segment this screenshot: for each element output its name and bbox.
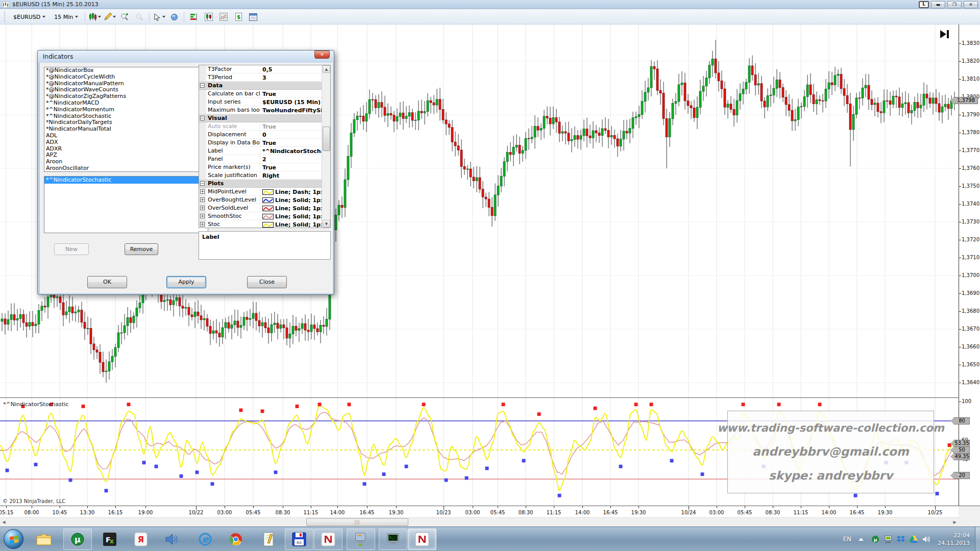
restore-button[interactable]: ❐ [947, 1, 962, 8]
available-indicator-item[interactable]: AroonOscillator [44, 165, 199, 172]
taskbar-yandex[interactable]: Я [127, 529, 155, 550]
window-titlebar[interactable]: $EURUSD (15 Min) 25.10.2013 L ▬ ❐ ✕ [0, 0, 980, 9]
property-row[interactable]: Panel2 [199, 155, 330, 163]
property-row[interactable]: +OverSoldLevelLine; Solid; 1px [199, 204, 330, 212]
selected-indicator-item[interactable]: *^NindicatorStochastic [44, 177, 208, 184]
ok-button[interactable]: OK [87, 276, 127, 288]
google-drive-tray-icon[interactable] [909, 535, 918, 544]
jump-to-latest-icon[interactable] [939, 30, 950, 39]
available-indicator-item[interactable]: *NindicatorManualTotal [44, 126, 199, 133]
property-row[interactable]: Label*^NindicatorStochastic [199, 147, 330, 155]
property-row[interactable]: Scale justificationRight [199, 171, 330, 180]
taskbar-utorrent[interactable]: µ [63, 529, 92, 550]
expand-icon[interactable]: + [200, 206, 205, 210]
grid-scrollbar[interactable]: ▲ ▼ [322, 65, 330, 228]
interval-dropdown[interactable]: 15 Min [51, 12, 82, 22]
collapse-icon[interactable]: − [200, 83, 205, 88]
property-value[interactable]: *^NindicatorStochastic [260, 147, 330, 155]
available-indicator-item[interactable]: *@NindicatorCycleWidth [44, 74, 199, 81]
zoom-out-button[interactable] [133, 11, 146, 23]
indicators-dialog[interactable]: Indicators ✕ *@NindicatorBox*@Nindicator… [37, 50, 334, 295]
property-value[interactable]: 0 [260, 131, 330, 138]
property-value[interactable]: Line; Solid; 1px [260, 204, 330, 212]
collapse-icon[interactable]: − [200, 116, 205, 120]
selected-indicators-list[interactable]: *^NindicatorStochastic [44, 176, 208, 233]
property-value[interactable]: 2 [260, 155, 330, 163]
expand-icon[interactable]: + [200, 189, 205, 194]
taskbar-ninjatrader-active[interactable] [408, 529, 436, 550]
available-indicator-item[interactable]: ADL [44, 133, 199, 139]
cursor-mode-button[interactable] [153, 11, 166, 23]
new-button[interactable]: New [54, 243, 89, 255]
taskbar-save-app[interactable]: -64- [285, 529, 313, 550]
apply-button[interactable]: Apply [166, 276, 206, 288]
property-row[interactable]: Maximum bars look backTwoHundredFiftySix [199, 106, 330, 114]
property-row[interactable]: +MidPointLevelLine; Dash; 1px [199, 188, 330, 196]
start-button[interactable] [4, 529, 23, 549]
close-button[interactable]: ✕ [964, 1, 978, 8]
taskbar-volume[interactable] [157, 529, 186, 550]
scroll-right-arrow[interactable]: ▶ [951, 519, 959, 526]
minimize-button[interactable]: ▬ [931, 1, 945, 8]
toolbar-grip[interactable] [4, 12, 6, 22]
scroll-down-arrow[interactable]: ▼ [323, 220, 330, 228]
scroll-up-arrow[interactable]: ▲ [323, 65, 330, 73]
available-indicator-item[interactable]: *^NindicatorMomentum [44, 107, 199, 113]
dialog-close-button[interactable]: ✕ [314, 51, 330, 59]
property-value[interactable]: Line; Dash; 1px [260, 188, 330, 195]
property-value[interactable]: True [260, 90, 330, 97]
available-indicator-item[interactable]: APZ [44, 152, 199, 159]
panel-separator[interactable] [0, 397, 980, 398]
taskbar-fxl[interactable]: Fx [95, 529, 124, 550]
property-value[interactable]: Line; Solid; 1px [260, 196, 330, 204]
global-crosshair-button[interactable] [167, 11, 181, 23]
indicator-properties-grid[interactable]: T3Factor0,5T3Period3−DataCalculate on ba… [199, 65, 331, 228]
price-axis[interactable]: 1,38301,38201,38101,38001,37901,37801,37… [959, 24, 980, 506]
utorrent-tray-icon[interactable]: µ [871, 535, 880, 544]
fundamental-data-button[interactable]: $ [232, 11, 245, 23]
taskbar-chrome[interactable] [222, 529, 250, 550]
property-value[interactable]: Line; Solid; 1px [260, 220, 330, 228]
expand-icon[interactable]: + [200, 214, 205, 218]
close-button[interactable]: Close [247, 276, 287, 288]
property-row[interactable]: Auto scaleTrue [199, 122, 330, 131]
chart-trader-button[interactable] [202, 11, 215, 23]
property-row[interactable]: Price marker(s)True [199, 163, 330, 171]
property-value[interactable]: Right [260, 171, 330, 179]
property-row[interactable]: Calculate on bar closeTrue [199, 90, 330, 98]
drawing-tools-button[interactable] [103, 11, 116, 23]
property-value[interactable]: True [260, 163, 330, 171]
instrument-dropdown[interactable]: $EURUSD [10, 12, 49, 22]
show-hidden-icons[interactable] [859, 538, 864, 541]
expand-icon[interactable]: + [200, 222, 205, 227]
data-box-button[interactable] [247, 11, 260, 23]
region-chart-button[interactable] [217, 11, 230, 23]
property-row[interactable]: +StocLine; Solid; 1px [199, 220, 330, 228]
volume-tray-icon[interactable] [922, 535, 931, 544]
property-row[interactable]: Displacement0 [199, 131, 330, 139]
taskbar-network-computer[interactable] [347, 529, 375, 550]
property-row[interactable]: Display in Data BoxTrue [199, 139, 330, 147]
expand-icon[interactable]: + [200, 197, 205, 202]
property-value[interactable]: 0,5 [260, 65, 330, 73]
taskbar-terminal[interactable]: >_ [379, 529, 407, 550]
tray-clock[interactable]: 22:04 24.11.2013 [938, 532, 970, 547]
property-value[interactable]: $EURUSD (15 Min) [260, 98, 330, 106]
available-indicator-item[interactable]: *@NindicatorBox [44, 67, 199, 74]
property-value[interactable]: Line; Solid; 1px [260, 212, 330, 220]
available-indicator-item[interactable]: ADXR [44, 146, 199, 153]
available-indicators-list[interactable]: *@NindicatorBox*@NindicatorCycleWidth*@N… [44, 67, 208, 172]
property-row[interactable]: +OverBoughtLevelLine; Solid; 1px [199, 196, 330, 204]
scroll-left-arrow[interactable]: ◀ [0, 519, 8, 526]
property-row[interactable]: T3Factor0,5 [199, 65, 330, 73]
property-row[interactable]: Input series$EURUSD (15 Min) [199, 98, 330, 106]
taskbar-notepad[interactable] [255, 529, 284, 550]
property-value[interactable]: True [260, 139, 330, 146]
property-row[interactable]: −Data [199, 82, 330, 90]
property-value[interactable]: True [260, 122, 330, 130]
taskbar-ie[interactable]: e [191, 529, 219, 550]
property-value[interactable]: TwoHundredFiftySix [260, 106, 330, 114]
horizontal-scrollbar[interactable]: ◀ ▶ [0, 517, 959, 527]
scrollbar-thumb[interactable] [306, 518, 408, 526]
link-window-button[interactable]: L [919, 1, 929, 8]
